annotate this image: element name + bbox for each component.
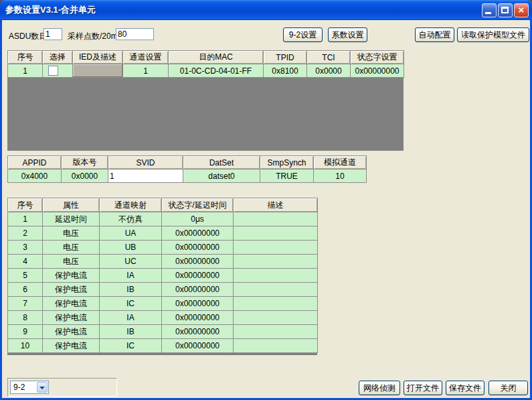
tci-cell[interactable]: 0x0000 bbox=[307, 64, 351, 78]
column-header: 属性 bbox=[43, 198, 100, 212]
tpid-cell[interactable]: 0x8100 bbox=[264, 64, 307, 78]
column-header: 选择 bbox=[43, 51, 73, 64]
column-header: 序号 bbox=[8, 198, 43, 212]
open-file-button[interactable]: 打开文件 bbox=[404, 381, 442, 395]
read-protection-model-button[interactable]: 读取保护模型文件 bbox=[457, 27, 529, 42]
close-dialog-button[interactable]: 关闭 bbox=[489, 381, 528, 395]
sample-count-input[interactable] bbox=[116, 28, 154, 40]
table-row: 9 保护电流 IB 0x00000000 bbox=[8, 325, 318, 339]
column-header: SVID bbox=[108, 156, 183, 170]
attribute-cell[interactable]: 保护电流 bbox=[43, 269, 100, 283]
table-row: 5 保护电流 IA 0x00000000 bbox=[8, 269, 318, 283]
column-header: 目的MAC bbox=[169, 51, 264, 64]
datset-cell[interactable]: datset0 bbox=[183, 170, 260, 183]
row-number-cell[interactable]: 6 bbox=[8, 283, 43, 297]
table-row: 0x4000 0x0000 1 datset0 TRUE 10 bbox=[8, 170, 367, 183]
table-row: 1 延迟时间 不仿真 0μs bbox=[8, 212, 318, 226]
auto-config-button[interactable]: 自动配置 bbox=[415, 27, 454, 42]
attribute-cell[interactable]: 电压 bbox=[43, 241, 100, 255]
channel-map-cell[interactable]: IC bbox=[100, 297, 162, 311]
status-delay-cell[interactable]: 0x00000000 bbox=[162, 297, 234, 311]
titlebar: 参数设置V3.1-合并单元 × bbox=[0, 0, 532, 20]
row-number-cell[interactable]: 1 bbox=[8, 64, 43, 78]
status-delay-cell[interactable]: 0x00000000 bbox=[162, 311, 234, 325]
status-delay-cell[interactable]: 0x00000000 bbox=[162, 269, 234, 283]
select-cell[interactable] bbox=[43, 64, 73, 78]
row-number-cell[interactable]: 4 bbox=[8, 255, 43, 269]
status-delay-cell[interactable]: 0x00000000 bbox=[162, 283, 234, 297]
smpsynch-cell[interactable]: TRUE bbox=[260, 170, 314, 183]
description-cell[interactable] bbox=[234, 339, 318, 353]
analog-channel-cell[interactable]: 10 bbox=[314, 170, 367, 183]
row-number-cell[interactable]: 8 bbox=[8, 311, 43, 325]
client-area: ASDU数目 采样点数/20ms 9-2设置 系数设置 自动配置 读取保护模型文… bbox=[2, 20, 530, 398]
attribute-cell[interactable]: 保护电流 bbox=[43, 297, 100, 311]
channel-map-cell[interactable]: IA bbox=[100, 311, 162, 325]
channel-map-cell[interactable]: UC bbox=[100, 255, 162, 269]
dest-mac-cell[interactable]: 01-0C-CD-04-01-FF bbox=[169, 64, 264, 78]
appid-table-grid: APPID 版本号 SVID DatSet SmpSynch 模拟通道 0x40… bbox=[7, 155, 366, 182]
description-cell[interactable] bbox=[234, 226, 318, 241]
row-number-cell[interactable]: 3 bbox=[8, 241, 43, 255]
attribute-cell[interactable]: 保护电流 bbox=[43, 339, 100, 353]
ied-description-cell[interactable] bbox=[73, 64, 123, 78]
table-row: 4 电压 UC 0x00000000 bbox=[8, 255, 318, 269]
column-header: TCI bbox=[307, 51, 351, 64]
minimize-button[interactable] bbox=[482, 3, 497, 17]
description-cell[interactable] bbox=[234, 212, 318, 226]
channel-map-cell[interactable]: IA bbox=[100, 269, 162, 283]
table-header-row: 序号 选择 IED及描述 通道设置 目的MAC TPID TCI 状态字设置 bbox=[8, 51, 404, 64]
status-delay-cell[interactable]: 0x00000000 bbox=[162, 339, 234, 353]
channel-setting-cell[interactable]: 1 bbox=[123, 64, 169, 78]
description-cell[interactable] bbox=[234, 255, 318, 269]
attribute-cell[interactable]: 保护电流 bbox=[43, 325, 100, 339]
protocol-combo[interactable]: 9-2 bbox=[10, 381, 49, 394]
row-number-cell[interactable]: 9 bbox=[8, 325, 43, 339]
asdu-count-input[interactable] bbox=[43, 28, 62, 40]
row-number-cell[interactable]: 5 bbox=[8, 269, 43, 283]
channel-map-cell[interactable]: UB bbox=[100, 241, 162, 255]
channel-map-cell[interactable]: 不仿真 bbox=[100, 212, 162, 226]
status-delay-cell[interactable]: 0x00000000 bbox=[162, 325, 234, 339]
attribute-cell[interactable]: 延迟时间 bbox=[43, 212, 100, 226]
combo-dropdown-button[interactable] bbox=[37, 382, 48, 393]
channel-map-cell[interactable]: IB bbox=[100, 325, 162, 339]
row-number-cell[interactable]: 10 bbox=[8, 339, 43, 353]
appid-cell[interactable]: 0x4000 bbox=[8, 170, 62, 183]
close-button[interactable]: × bbox=[514, 3, 529, 17]
status-delay-cell[interactable]: 0x00000000 bbox=[162, 226, 234, 241]
description-cell[interactable] bbox=[234, 283, 318, 297]
description-cell[interactable] bbox=[234, 311, 318, 325]
row-number-cell[interactable]: 2 bbox=[8, 226, 43, 241]
network-detect-button[interactable]: 网络侦测 bbox=[359, 381, 400, 395]
attribute-cell[interactable]: 保护电流 bbox=[43, 311, 100, 325]
status-delay-cell[interactable]: 0μs bbox=[162, 212, 234, 226]
table-row: 10 保护电流 IC 0x00000000 bbox=[8, 339, 318, 353]
row-number-cell[interactable]: 7 bbox=[8, 297, 43, 311]
version-cell[interactable]: 0x0000 bbox=[62, 170, 108, 183]
maximize-button[interactable] bbox=[498, 3, 513, 17]
description-cell[interactable] bbox=[234, 325, 318, 339]
save-file-button[interactable]: 保存文件 bbox=[446, 381, 484, 395]
channel-map-cell[interactable]: UA bbox=[100, 226, 162, 241]
status-word-cell[interactable]: 0x00000000 bbox=[351, 64, 404, 78]
attribute-cell[interactable]: 保护电流 bbox=[43, 283, 100, 297]
select-checkbox[interactable] bbox=[48, 66, 58, 76]
column-header: APPID bbox=[8, 156, 62, 170]
description-cell[interactable] bbox=[234, 241, 318, 255]
svid-cell[interactable]: 1 bbox=[108, 170, 183, 183]
attribute-cell[interactable]: 电压 bbox=[43, 255, 100, 269]
description-cell[interactable] bbox=[234, 269, 318, 283]
nine-two-settings-button[interactable]: 9-2设置 bbox=[283, 27, 323, 42]
coefficient-settings-button[interactable]: 系数设置 bbox=[328, 27, 367, 42]
row-number-cell[interactable]: 1 bbox=[8, 212, 43, 226]
channel-map-cell[interactable]: IC bbox=[100, 339, 162, 353]
table-row: 7 保护电流 IC 0x00000000 bbox=[8, 297, 318, 311]
column-header: DatSet bbox=[183, 156, 260, 170]
attribute-cell[interactable]: 电压 bbox=[43, 226, 100, 241]
description-cell[interactable] bbox=[234, 297, 318, 311]
status-delay-cell[interactable]: 0x00000000 bbox=[162, 255, 234, 269]
channel-map-cell[interactable]: IB bbox=[100, 283, 162, 297]
status-delay-cell[interactable]: 0x00000000 bbox=[162, 241, 234, 255]
channel-table-grid: 序号 属性 通道映射 状态字/延迟时间 描述 1 延迟时间 不仿真 0μs 2 … bbox=[7, 198, 317, 355]
